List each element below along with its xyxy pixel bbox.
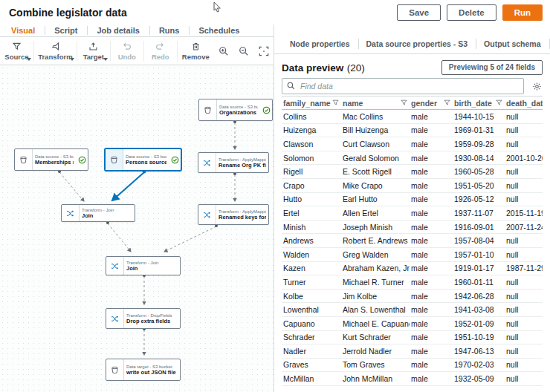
undo-button[interactable]: Undo [111,37,143,65]
table-cell: male [410,360,453,369]
filter-icon-button[interactable] [401,99,407,106]
table-cell: Gerald Solomon [341,154,410,163]
canvas-node-join-1[interactable]: Transform - JoinJoin [61,204,135,222]
find-data-input[interactable] [282,78,524,94]
filter-icon-button[interactable] [332,99,339,106]
node-name: Memberships source ... [35,159,74,166]
source-funnel-icon [12,42,22,51]
table-cell: Kurt Schrader [341,333,410,342]
canvas-node-organizations[interactable]: Data source - S3 bucketOrganizations tab… [198,99,273,121]
table-row: TurnerMichael R. Turnermale1960-01-11nul… [282,275,543,290]
node-name: Renamed keys for Join [219,214,266,220]
chevron-down-icon [27,58,31,61]
delete-button[interactable]: Delete [447,4,496,21]
table-cell: Michael R. Turner [341,278,410,287]
node-name: Persons source table [126,159,166,166]
node-status-ok [260,99,272,120]
table-cell: null [505,305,543,314]
table-cell: Alan S. Lowenthal [341,305,410,314]
table-cell: 1969-01-31 [453,125,505,134]
canvas-node-persons[interactable]: Data source - S3 bucketPersons source ta… [105,148,181,171]
data-preview-table: family_namenamegenderbirth_datedeath_dat… [282,96,543,392]
source-menu-button[interactable]: Source [0,37,33,65]
table-row: CapuanoMichael E. Capuanomale1952-01-09n… [282,317,543,331]
table-cell: Curt Clawson [341,140,410,148]
table-row: RigellE. Scott Rigellmale1960-05-28null [282,165,543,179]
filter-icon-button[interactable] [444,99,450,106]
panel-tab-node-properties[interactable]: Node properties [282,34,358,53]
filter-icon [332,99,339,106]
transform-menu-button[interactable]: Transform [34,37,77,65]
table-cell: male [410,319,453,328]
table-row: AndrewsRobert E. Andrewsmale1957-08-04nu… [282,234,543,248]
zoom-out-button[interactable] [233,37,253,65]
node-name: Rename Org PK field [219,162,266,169]
table-cell: null [505,250,543,259]
node-icon-cell [62,205,80,221]
node-name: Join [126,265,178,272]
canvas-node-rename-org-pk[interactable]: Transform - ApplyMappingRename Org PK fi… [198,152,269,173]
transform-icon [111,262,119,270]
visual-editor-column: VisualScriptJob detailsRunsSchedules Sou… [0,24,274,392]
canvas-node-join-2[interactable]: Transform - JoinJoin [106,256,181,275]
tab-runs[interactable]: Runs [149,24,190,36]
table-cell: 2015-11-19 [505,209,543,218]
zoom-in-icon [219,46,229,56]
transform-icon [111,315,119,323]
canvas-node-drop-fields[interactable]: Transform - DropFieldsDrop extra fields [106,308,181,329]
table-cell: male [410,333,453,342]
table-cell: male [410,167,453,176]
table-cell: male [410,140,453,148]
table-cell: Clawson [282,140,341,148]
table-cell: 1951-10-19 [453,333,505,342]
node-name: Join [82,212,132,219]
canvas-node-write-target[interactable]: Data target - S3 bucketwrite out JSON fi… [106,359,181,381]
filter-icon-button[interactable] [496,99,502,106]
zoom-out-icon [239,46,249,56]
tab-visual[interactable]: Visual [1,24,45,36]
table-cell: Nadler [282,347,341,356]
column-header-death_date: death_date [505,97,543,109]
remove-button[interactable]: Remove [178,37,214,65]
table-row: KazenAbraham Kazen, Jr.male1919-01-17198… [282,262,543,276]
table-cell: null [505,195,543,203]
tab-schedules[interactable]: Schedules [189,24,249,36]
table-cell: Robert E. Andrews [341,236,410,245]
node-status-ok [169,149,181,170]
table-cell: male [410,112,453,121]
table-cell: null [505,360,543,369]
table-cell: Bill Huizenga [341,125,410,134]
gear-icon [532,82,542,91]
save-button[interactable]: Save [397,4,441,21]
previewing-fields-button[interactable]: Previewing 5 of 24 fields [441,60,543,75]
tab-job-details[interactable]: Job details [87,24,149,36]
data-preview-panel: Data preview (20) Previewing 5 of 24 fie… [274,54,550,392]
zoom-in-button[interactable] [214,37,234,65]
fit-view-icon [259,46,269,56]
table-cell: null [505,333,543,342]
table-row: ClawsonCurt Clawsonmale1959-09-28null [282,137,543,151]
panel-tab-data-source-properties-s3[interactable]: Data source properties - S3 [358,34,476,53]
table-cell: male [410,250,453,259]
canvas-node-memberships[interactable]: Data source - S3 bucketMemberships sourc… [14,148,88,171]
table-cell: Mike Crapo [341,181,410,190]
table-cell: male [410,181,453,190]
table-cell: null [505,278,543,287]
redo-button[interactable]: Redo [144,37,177,65]
table-cell: Lowenthal [282,305,341,314]
table-row: GravesTom Gravesmale1970-02-03null [282,359,543,373]
run-button[interactable]: Run [502,4,543,21]
canvas-node-renamed-keys[interactable]: Transform - ApplyMappingRenamed keys for… [198,204,269,225]
table-cell: null [505,125,543,134]
preferences-button[interactable] [531,82,543,91]
table-row: CrapoMike Crapomale1951-05-20null [282,179,543,193]
table-cell: male [410,278,453,287]
table-cell: 1957-01-10 [453,250,505,259]
table-cell: Kolbe [282,292,341,301]
graph-canvas[interactable]: Data source - S3 bucketOrganizations tab… [0,65,274,392]
panel-tab-output-schema[interactable]: Output schema [476,34,549,53]
fit-view-button[interactable] [253,37,274,65]
check-icon [262,106,271,114]
tab-script[interactable]: Script [45,24,87,36]
target-menu-button[interactable]: Target [77,37,110,65]
